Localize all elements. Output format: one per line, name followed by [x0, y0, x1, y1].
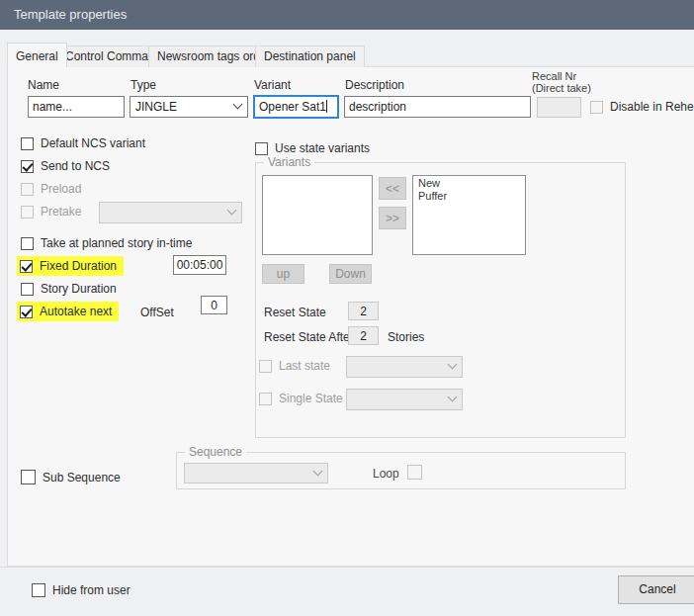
reset-state-after-label: Reset State After — [264, 330, 354, 344]
take-at-planned-checkbox[interactable] — [21, 237, 34, 250]
fixed-duration-label[interactable]: Fixed Duration — [40, 259, 117, 273]
list-item[interactable]: Puffer — [418, 190, 520, 203]
send-to-ncs-row: Send to NCS — [21, 159, 110, 173]
name-input[interactable] — [28, 96, 125, 118]
description-input[interactable] — [344, 96, 531, 118]
loop-checkbox[interactable] — [407, 465, 422, 480]
type-label: Type — [130, 78, 156, 92]
preload-row: Preload — [21, 182, 81, 196]
move-left-button[interactable]: << — [379, 177, 406, 200]
sub-sequence-checkbox[interactable] — [21, 470, 36, 484]
take-at-planned-label[interactable]: Take at planned story in-time — [41, 236, 192, 250]
default-ncs-variant-checkbox[interactable] — [21, 137, 34, 150]
pretake-checkbox[interactable] — [21, 206, 34, 219]
story-duration-checkbox[interactable] — [21, 283, 34, 296]
tab-general[interactable]: General — [7, 43, 67, 67]
offset-input[interactable] — [201, 296, 227, 314]
offset-label: OffSet — [140, 306, 174, 319]
disable-in-rehearsal-label[interactable]: Disable in Rehe — [610, 100, 694, 114]
single-state-label: Single State — [279, 392, 343, 405]
hide-from-user-checkbox[interactable] — [32, 583, 45, 597]
autotake-next-row: Autotake next — [17, 302, 119, 321]
variants-available-list[interactable] — [262, 175, 373, 255]
preload-label: Preload — [41, 182, 81, 196]
reset-state-label: Reset State — [264, 306, 326, 319]
last-state-select[interactable] — [346, 356, 463, 378]
description-label: Description — [345, 78, 404, 92]
template-properties-dialog: Template properties General Control Comm… — [0, 0, 694, 616]
down-button[interactable]: Down — [329, 264, 372, 284]
hide-from-user-label[interactable]: Hide from user — [52, 583, 130, 597]
recall-nr-input[interactable] — [537, 97, 581, 118]
single-state-row: Single State — [259, 392, 343, 405]
chevron-down-icon — [233, 100, 243, 110]
pretake-select[interactable] — [99, 202, 242, 223]
hide-from-user-row: Hide from user — [32, 583, 130, 597]
last-state-checkbox[interactable] — [259, 360, 272, 373]
single-state-select[interactable] — [346, 389, 463, 410]
take-at-planned-row: Take at planned story in-time — [21, 236, 192, 250]
variants-selected-list[interactable]: New Puffer — [412, 175, 526, 255]
use-state-variants-checkbox[interactable] — [255, 142, 268, 155]
recall-nr-label: Recall Nr (Direct take) — [532, 70, 591, 94]
chevron-down-icon — [448, 393, 458, 402]
last-state-label: Last state — [279, 359, 330, 373]
reset-state-after-input[interactable] — [348, 326, 379, 345]
use-state-variants-row: Use state variants — [255, 141, 370, 155]
disable-in-rehearsal-row: Disable in Rehe — [590, 100, 694, 114]
text-caret — [326, 100, 327, 113]
pretake-row: Pretake — [21, 205, 81, 219]
story-duration-label[interactable]: Story Duration — [41, 282, 117, 296]
last-state-row: Last state — [259, 359, 330, 373]
sub-sequence-label[interactable]: Sub Sequence — [43, 471, 121, 484]
variants-group-legend: Variants — [264, 155, 314, 169]
send-to-ncs-label[interactable]: Send to NCS — [41, 159, 110, 173]
variant-label: Variant — [254, 78, 291, 92]
name-label: Name — [28, 78, 59, 92]
autotake-next-checkbox[interactable] — [20, 306, 33, 318]
window-title: Template properties — [14, 7, 127, 22]
fixed-duration-input[interactable] — [173, 255, 226, 275]
chevron-down-icon — [448, 360, 458, 370]
fixed-duration-checkbox[interactable] — [20, 260, 33, 273]
use-state-variants-label[interactable]: Use state variants — [275, 141, 370, 155]
sequence-group-legend: Sequence — [185, 445, 246, 459]
up-button[interactable]: up — [262, 264, 304, 284]
chevron-down-icon — [227, 206, 237, 216]
sequence-select[interactable] — [184, 463, 328, 484]
list-item[interactable]: New — [418, 177, 520, 190]
cancel-button[interactable]: Cancel — [618, 575, 694, 604]
tab-destination-panel[interactable]: Destination panel — [255, 45, 365, 67]
story-duration-row: Story Duration — [21, 282, 117, 296]
type-select[interactable]: JINGLE — [130, 96, 248, 118]
default-ncs-variant-label[interactable]: Default NCS variant — [41, 136, 145, 150]
fixed-duration-row: Fixed Duration — [17, 256, 124, 276]
preload-checkbox[interactable] — [21, 183, 34, 196]
stories-label: Stories — [388, 330, 424, 344]
single-state-checkbox[interactable] — [259, 393, 272, 405]
chevron-down-icon — [313, 466, 323, 476]
reset-state-input[interactable] — [348, 302, 379, 320]
disable-in-rehearsal-checkbox[interactable] — [590, 101, 603, 114]
type-select-value: JINGLE — [135, 100, 177, 114]
loop-label: Loop — [373, 467, 399, 481]
default-ncs-variant-row: Default NCS variant — [21, 136, 145, 150]
autotake-next-label[interactable]: Autotake next — [40, 305, 112, 318]
sub-sequence-row: Sub Sequence — [21, 470, 121, 484]
send-to-ncs-checkbox[interactable] — [21, 160, 34, 173]
titlebar[interactable]: Template properties — [0, 0, 694, 30]
variant-input[interactable]: Opener Sat1 — [253, 95, 339, 119]
pretake-label: Pretake — [41, 205, 81, 219]
move-right-button[interactable]: >> — [379, 207, 406, 229]
